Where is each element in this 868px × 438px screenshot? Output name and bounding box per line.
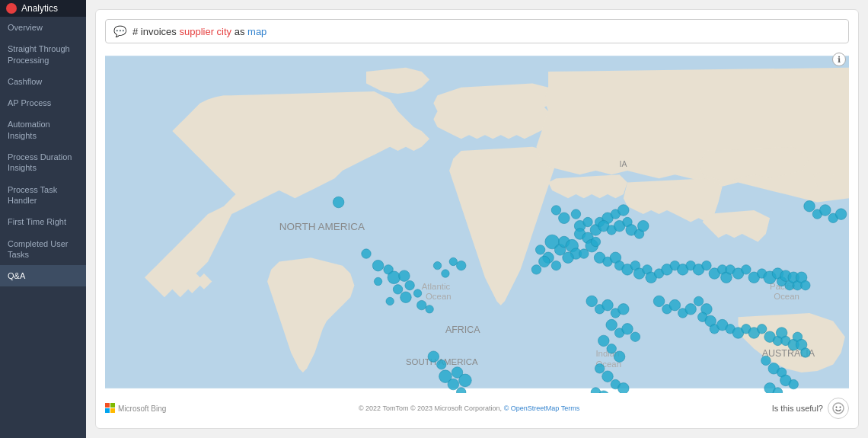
svg-text:NORTH AMERICA: NORTH AMERICA [279,221,365,232]
feedback-button[interactable] [828,398,849,419]
svg-point-138 [694,296,703,305]
main-content: 💬 # invoices supplier city as map ℹ [86,0,868,438]
svg-point-12 [333,197,344,208]
svg-point-26 [433,261,441,269]
svg-point-31 [436,360,445,369]
feedback-area: Is this useful? [772,398,849,419]
svg-point-133 [653,296,665,307]
sidebar-item[interactable]: AP Process [0,92,86,113]
svg-point-48 [551,206,560,215]
bing-label: Microsoft Bing [118,404,166,413]
sidebar-item[interactable]: Straight Through Processing [0,38,86,71]
sidebar-item[interactable]: Process Task Handler [0,179,86,212]
svg-point-27 [442,270,449,277]
sidebar-item[interactable]: Automation Insights [0,113,86,146]
svg-point-148 [757,325,766,334]
svg-point-49 [559,213,570,224]
svg-point-64 [637,220,649,232]
svg-point-129 [618,382,630,393]
svg-point-34 [459,374,472,387]
query-link[interactable]: map [247,26,266,37]
svg-point-68 [591,237,600,246]
svg-point-102 [742,265,751,274]
svg-point-178 [836,407,838,408]
svg-point-124 [607,344,616,353]
svg-text:Ocean: Ocean [426,292,452,301]
sidebar-item[interactable]: Cashflow [0,71,86,92]
svg-point-119 [606,319,617,331]
svg-text:Atlantic: Atlantic [422,282,451,291]
svg-point-80 [531,265,541,274]
svg-point-75 [563,252,574,264]
svg-point-116 [602,299,614,311]
svg-point-135 [669,299,681,311]
svg-point-29 [456,261,465,270]
svg-point-21 [386,297,394,305]
feedback-icon [832,402,844,414]
svg-point-126 [595,364,604,373]
svg-point-74 [579,249,589,258]
svg-point-177 [833,403,844,414]
svg-point-166 [789,379,798,388]
svg-point-24 [426,305,433,313]
copyright-text: © 2022 TomTom © 2023 Microsoft Corporati… [359,404,579,412]
svg-point-123 [598,335,610,347]
sidebar-item[interactable]: Q&A [0,265,86,286]
svg-point-113 [801,280,810,289]
query-icon: 💬 [113,25,126,37]
svg-point-118 [618,304,630,315]
bing-icon [105,403,116,414]
query-text: # invoices supplier city as map [132,26,266,37]
svg-point-50 [571,209,580,219]
svg-point-28 [449,257,457,265]
map-footer: Microsoft Bing © 2022 TomTom © 2023 Micr… [105,393,849,419]
app-icon [6,3,17,14]
svg-point-156 [801,348,810,357]
info-icon[interactable]: ℹ [832,53,846,66]
svg-point-25 [374,277,381,285]
svg-point-121 [622,324,633,335]
query-bar[interactable]: 💬 # invoices supplier city as map [105,19,849,43]
svg-point-35 [448,379,459,390]
svg-point-14 [372,260,384,271]
svg-text:IA: IA [620,160,627,168]
analytics-card: 💬 # invoices supplier city as map ℹ [95,9,859,429]
svg-point-19 [393,285,402,294]
svg-point-162 [761,356,771,365]
svg-point-76 [551,261,560,270]
sidebar-item[interactable]: Process Duration Insights [0,146,86,179]
svg-point-36 [456,388,465,393]
svg-point-78 [535,245,544,254]
svg-point-13 [362,249,371,258]
svg-point-79 [539,256,550,267]
svg-point-16 [388,271,400,284]
sidebar-item[interactable]: Overview [0,17,86,38]
svg-point-157 [804,200,815,212]
svg-point-96 [702,261,711,270]
svg-point-17 [399,270,410,282]
svg-point-130 [591,388,600,393]
svg-point-23 [417,300,426,309]
openstreetmap-link[interactable]: © OpenStreetMap [504,404,560,412]
query-suffix: as [235,26,247,37]
query-highlight: supplier city [179,26,231,37]
svg-rect-176 [110,408,115,413]
svg-point-179 [840,407,841,408]
svg-point-159 [820,205,831,216]
sidebar-header: Analytics [0,0,86,17]
svg-point-137 [685,304,697,315]
query-prefix: # invoices [132,26,177,37]
sidebar-item[interactable]: Completed User Tasks [0,233,86,266]
svg-text:AFRICA: AFRICA [445,325,480,335]
bing-logo: Microsoft Bing [105,403,166,414]
world-map: NORTH AMERICA AFRICA SOUTH AMERICA AUSTR… [105,51,849,393]
svg-point-52 [583,217,592,226]
svg-point-30 [428,351,439,363]
svg-point-22 [413,289,421,297]
svg-text:Ocean: Ocean [774,292,799,301]
terms-link[interactable]: Terms [561,404,580,412]
sidebar-item[interactable]: First Time Right [0,211,86,232]
feedback-question: Is this useful? [772,404,823,413]
svg-point-57 [618,205,630,216]
svg-point-18 [405,280,414,289]
